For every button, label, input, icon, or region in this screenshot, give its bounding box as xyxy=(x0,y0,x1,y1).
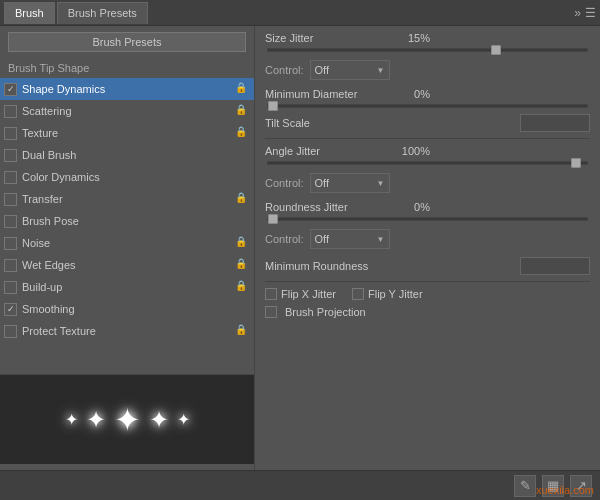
control2-arrow: ▼ xyxy=(377,179,385,188)
size-jitter-track[interactable] xyxy=(267,48,588,52)
control-row-3: Control: Off ▼ xyxy=(265,227,590,251)
checkbox-texture[interactable] xyxy=(4,127,17,140)
watermark: xuexila.com xyxy=(536,484,594,496)
control3-arrow: ▼ xyxy=(377,235,385,244)
lock-icon-smoothing xyxy=(234,302,248,316)
checkbox-transfer[interactable] xyxy=(4,193,17,206)
tab-icon-group: » ☰ xyxy=(574,6,596,20)
control3-select[interactable]: Off ▼ xyxy=(310,229,390,249)
flip-y-checkbox[interactable] xyxy=(352,288,364,300)
label-brush-pose: Brush Pose xyxy=(22,215,232,227)
min-diameter-thumb[interactable] xyxy=(268,101,278,111)
lock-icon-wet-edges: 🔒 xyxy=(234,258,248,272)
label-noise: Noise xyxy=(22,237,232,249)
brush-item-list: ✓ Shape Dynamics 🔒 Scattering 🔒 Texture … xyxy=(0,78,254,370)
label-dual-brush: Dual Brush xyxy=(22,149,232,161)
star-4: ✦ xyxy=(149,406,169,434)
lock-icon-protect-texture: 🔒 xyxy=(234,324,248,338)
brush-item-shape-dynamics[interactable]: ✓ Shape Dynamics 🔒 xyxy=(0,78,254,100)
brush-item-dual-brush[interactable]: Dual Brush xyxy=(0,144,254,166)
label-wet-edges: Wet Edges xyxy=(22,259,232,271)
tab-brush[interactable]: Brush xyxy=(4,2,55,24)
flip-y-label: Flip Y Jitter xyxy=(368,288,423,300)
label-smoothing: Smoothing xyxy=(22,303,232,315)
min-roundness-row: Minimum Roundness xyxy=(265,257,590,275)
label-shape-dynamics: Shape Dynamics xyxy=(22,83,232,95)
roundness-jitter-thumb[interactable] xyxy=(268,214,278,224)
control1-value: Off xyxy=(315,64,329,76)
min-diameter-track[interactable] xyxy=(267,104,588,108)
control2-select[interactable]: Off ▼ xyxy=(310,173,390,193)
lock-icon-brush-pose xyxy=(234,214,248,228)
min-roundness-input[interactable] xyxy=(520,257,590,275)
brush-item-wet-edges[interactable]: Wet Edges 🔒 xyxy=(0,254,254,276)
checkbox-scattering[interactable] xyxy=(4,105,17,118)
toolbar-btn-1[interactable]: ✎ xyxy=(514,475,536,497)
brush-item-transfer[interactable]: Transfer 🔒 xyxy=(0,188,254,210)
brush-item-noise[interactable]: Noise 🔒 xyxy=(0,232,254,254)
separator-2 xyxy=(265,281,590,282)
tilt-scale-label: Tilt Scale xyxy=(265,117,395,129)
checkbox-brush-pose[interactable] xyxy=(4,215,17,228)
lock-icon-scattering: 🔒 xyxy=(234,104,248,118)
checkbox-shape-dynamics[interactable]: ✓ xyxy=(4,83,17,96)
roundness-jitter-track[interactable] xyxy=(267,217,588,221)
angle-jitter-thumb[interactable] xyxy=(571,158,581,168)
angle-jitter-row: Angle Jitter 100% xyxy=(265,145,590,157)
brush-panel: Brush Brush Presets » ☰ Brush Presets Br… xyxy=(0,0,600,500)
control-row-2: Control: Off ▼ xyxy=(265,171,590,195)
angle-jitter-label: Angle Jitter xyxy=(265,145,395,157)
checkbox-wet-edges[interactable] xyxy=(4,259,17,272)
lock-icon-transfer: 🔒 xyxy=(234,192,248,206)
label-protect-texture: Protect Texture xyxy=(22,325,232,337)
roundness-jitter-label: Roundness Jitter xyxy=(265,201,395,213)
control-row-1: Control: Off ▼ xyxy=(265,58,590,82)
angle-jitter-track[interactable] xyxy=(267,161,588,165)
size-jitter-slider[interactable] xyxy=(265,48,590,52)
tab-brush-presets-label: Brush Presets xyxy=(68,7,137,19)
lock-icon-texture: 🔒 xyxy=(234,126,248,140)
brush-item-color-dynamics[interactable]: Color Dynamics xyxy=(0,166,254,188)
expand-icon[interactable]: » xyxy=(574,6,581,20)
lock-icon-dual-brush xyxy=(234,148,248,162)
roundness-jitter-value: 0% xyxy=(395,201,430,213)
flip-y-item[interactable]: Flip Y Jitter xyxy=(352,288,423,300)
tilt-scale-input[interactable] xyxy=(520,114,590,132)
checkbox-protect-texture[interactable] xyxy=(4,325,17,338)
brush-item-scattering[interactable]: Scattering 🔒 xyxy=(0,100,254,122)
brush-item-build-up[interactable]: Build-up 🔒 xyxy=(0,276,254,298)
min-diameter-label: Minimum Diameter xyxy=(265,88,395,100)
size-jitter-value: 15% xyxy=(395,32,430,44)
min-diameter-slider[interactable] xyxy=(265,104,590,108)
control1-select[interactable]: Off ▼ xyxy=(310,60,390,80)
brush-item-protect-texture[interactable]: Protect Texture 🔒 xyxy=(0,320,254,342)
label-color-dynamics: Color Dynamics xyxy=(22,171,232,183)
brush-preview: ✦ ✦ ✦ ✦ ✦ xyxy=(0,374,254,464)
checkbox-dual-brush[interactable] xyxy=(4,149,17,162)
angle-jitter-slider[interactable] xyxy=(265,161,590,165)
brush-projection-item[interactable]: Brush Projection xyxy=(265,306,590,318)
menu-icon[interactable]: ☰ xyxy=(585,6,596,20)
min-diameter-value: 0% xyxy=(395,88,430,100)
size-jitter-row: Size Jitter 15% xyxy=(265,32,590,44)
brush-projection-checkbox[interactable] xyxy=(265,306,277,318)
checkbox-color-dynamics[interactable] xyxy=(4,171,17,184)
min-roundness-label: Minimum Roundness xyxy=(265,260,395,272)
star-preview-group: ✦ ✦ ✦ ✦ ✦ xyxy=(65,401,190,439)
roundness-jitter-row: Roundness Jitter 0% xyxy=(265,201,590,213)
size-jitter-thumb[interactable] xyxy=(491,45,501,55)
brush-item-brush-pose[interactable]: Brush Pose xyxy=(0,210,254,232)
checkbox-smoothing[interactable]: ✓ xyxy=(4,303,17,316)
roundness-jitter-slider[interactable] xyxy=(265,217,590,221)
brush-item-texture[interactable]: Texture 🔒 xyxy=(0,122,254,144)
flip-x-checkbox[interactable] xyxy=(265,288,277,300)
checkbox-noise[interactable] xyxy=(4,237,17,250)
checkbox-build-up[interactable] xyxy=(4,281,17,294)
brush-tip-shape-title: Brush Tip Shape xyxy=(0,60,254,78)
star-5: ✦ xyxy=(177,410,190,429)
flip-x-item[interactable]: Flip X Jitter xyxy=(265,288,336,300)
brush-presets-button[interactable]: Brush Presets xyxy=(8,32,246,52)
tab-brush-presets[interactable]: Brush Presets xyxy=(57,2,148,24)
brush-item-smoothing[interactable]: ✓ Smoothing xyxy=(0,298,254,320)
flip-row: Flip X Jitter Flip Y Jitter xyxy=(265,288,590,300)
